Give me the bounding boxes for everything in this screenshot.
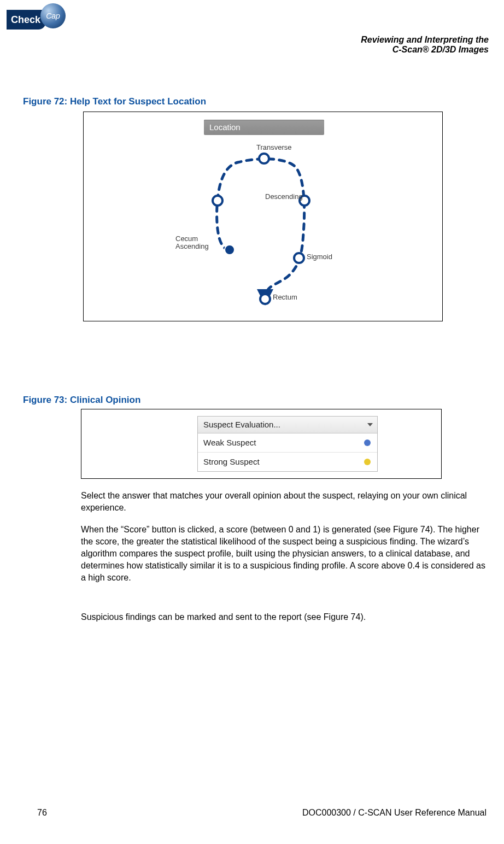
dropdown-option-strong[interactable]: Strong Suspect bbox=[198, 452, 377, 471]
figure73-frame: Suspect Evaluation... Weak Suspect Stron… bbox=[81, 409, 442, 479]
label-cecum: Cecum bbox=[175, 235, 198, 243]
status-dot-blue-icon bbox=[364, 439, 371, 446]
svg-point-2 bbox=[259, 154, 269, 163]
svg-point-5 bbox=[260, 294, 270, 304]
running-head-line2: C-Scan® 2D/3D Images bbox=[361, 45, 489, 55]
brand-logo-word2: Cap bbox=[40, 3, 66, 28]
brand-logo-word1: Check bbox=[7, 10, 46, 30]
figure72-frame: Location Transverse Descending Cecum Asc… bbox=[83, 112, 443, 321]
dropdown-option-label: Weak Suspect bbox=[203, 438, 256, 447]
label-transverse: Transverse bbox=[256, 144, 292, 151]
manual-id: DOC000300 / C-SCAN User Reference Manual bbox=[302, 808, 487, 818]
paragraph-2: When the “Score” button is clicked, a sc… bbox=[81, 524, 491, 584]
label-ascending: Ascending bbox=[175, 243, 209, 250]
suspect-evaluation-dropdown[interactable]: Suspect Evaluation... Weak Suspect Stron… bbox=[197, 416, 378, 472]
dropdown-option-label: Strong Suspect bbox=[203, 457, 260, 466]
dropdown-placeholder: Suspect Evaluation... bbox=[203, 420, 280, 429]
paragraph-1: Select the answer that matches your over… bbox=[81, 490, 491, 514]
running-head: Reviewing and Interpreting the C-Scan® 2… bbox=[361, 35, 489, 55]
svg-point-1 bbox=[213, 196, 222, 206]
status-dot-yellow-icon bbox=[364, 459, 371, 465]
svg-point-0 bbox=[225, 245, 235, 255]
svg-point-4 bbox=[294, 253, 304, 263]
colon-diagram bbox=[200, 140, 331, 310]
page-number: 76 bbox=[37, 808, 47, 818]
figure73-caption: Figure 73: Clinical Opinion bbox=[23, 395, 140, 406]
label-descending: Descending bbox=[265, 193, 303, 201]
running-head-line1: Reviewing and Interpreting the bbox=[361, 35, 489, 45]
brand-logo: Check Cap bbox=[7, 3, 71, 36]
label-rectum: Rectum bbox=[273, 294, 297, 301]
location-panel-title: Location bbox=[204, 120, 324, 135]
figure72-caption: Figure 72: Help Text for Suspect Locatio… bbox=[23, 96, 206, 107]
label-sigmoid: Sigmoid bbox=[307, 253, 332, 261]
paragraph-3: Suspicious findings can be marked and se… bbox=[81, 611, 491, 623]
dropdown-option-weak[interactable]: Weak Suspect bbox=[198, 433, 377, 452]
chevron-down-icon bbox=[367, 423, 373, 426]
dropdown-selected[interactable]: Suspect Evaluation... bbox=[198, 417, 377, 433]
